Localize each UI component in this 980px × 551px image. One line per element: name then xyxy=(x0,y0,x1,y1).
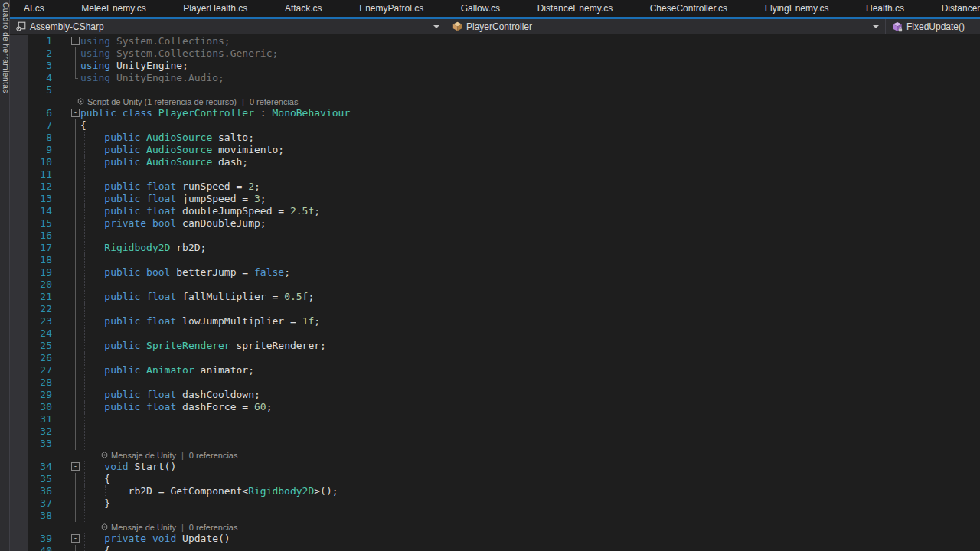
code-line[interactable]: 17 Rigidbody2D rb2D; xyxy=(10,242,980,254)
code-line[interactable]: 25 public SpriteRenderer spriteRenderer; xyxy=(10,340,980,352)
tab-playerhealth-cs[interactable]: PlayerHealth.cs xyxy=(183,0,247,17)
fold-line xyxy=(75,254,76,266)
code-editor[interactable]: 1-using System.Collections;2using System… xyxy=(10,35,980,551)
code-line[interactable]: 24 xyxy=(10,328,980,340)
code-line[interactable]: 3using UnityEngine; xyxy=(10,60,980,72)
tab-ai-cs[interactable]: AI.cs xyxy=(24,0,44,17)
type-name: PlayerController xyxy=(466,21,532,32)
tab-health-cs[interactable]: Health.cs xyxy=(866,0,904,17)
line-number: 4 xyxy=(10,72,52,84)
code-line[interactable]: 1-using System.Collections; xyxy=(10,35,980,47)
code-line[interactable]: 12 public float runSpeed = 2; xyxy=(10,181,980,193)
line-number: 21 xyxy=(10,291,52,303)
chevron-down-icon[interactable] xyxy=(873,25,879,28)
code-line[interactable]: 38 xyxy=(10,510,980,522)
code-line[interactable]: 39- private void Update() xyxy=(10,533,980,545)
code-line[interactable]: 27 public Animator animator; xyxy=(10,364,980,377)
project-name: Assembly-CSharp xyxy=(30,21,104,32)
code-line[interactable]: 35 { xyxy=(10,473,980,485)
code-line[interactable]: 21 public float fallMultiplier = 0.5f; xyxy=(10,291,980,303)
code-line[interactable]: 8 public AudioSource salto; xyxy=(10,132,980,144)
tab-gallow-cs[interactable]: Gallow.cs xyxy=(461,0,500,17)
code-line[interactable]: 37 } xyxy=(10,497,980,510)
fold-line xyxy=(75,266,76,279)
code-line[interactable]: 22 xyxy=(10,303,980,315)
code-line[interactable]: 7{ xyxy=(10,119,980,132)
line-number: 20 xyxy=(10,279,52,291)
codelens-references-link[interactable]: 0 referencias xyxy=(250,97,299,106)
code-line[interactable]: 28 xyxy=(10,377,980,389)
fold-line xyxy=(75,217,76,230)
code-text: { xyxy=(80,473,110,485)
fold-collapse-box[interactable]: - xyxy=(71,462,80,471)
code-rows: 1-using System.Collections;2using System… xyxy=(10,35,980,551)
code-line[interactable]: 36 rb2D = GetComponent<Rigidbody2D>(); xyxy=(10,485,980,497)
toolbox-label: Cuadro de herramientas xyxy=(0,2,10,93)
fold-line xyxy=(75,291,76,303)
line-number: 31 xyxy=(10,413,52,425)
fold-collapse-box[interactable]: - xyxy=(71,534,80,543)
code-line[interactable]: 18 xyxy=(10,254,980,266)
code-line[interactable]: 11 xyxy=(10,168,980,181)
codelens-info-link[interactable]: Script de Unity (1 referencia de recurso… xyxy=(87,97,237,106)
fold-collapse-box[interactable]: - xyxy=(71,109,80,117)
code-line[interactable]: 14 public float doubleJumpSpeed = 2.5f; xyxy=(10,205,980,217)
codelens-references-link[interactable]: 0 referencias xyxy=(189,451,238,460)
line-number: 16 xyxy=(10,230,52,242)
code-line[interactable]: 2using System.Collections.Generic; xyxy=(10,47,980,60)
tab-flyingenemy-cs[interactable]: FlyingEnemy.cs xyxy=(765,0,829,17)
line-number: 27 xyxy=(10,364,52,377)
member-dropdown[interactable]: FixedUpdate() xyxy=(886,19,980,34)
tab-attack-cs[interactable]: Attack.cs xyxy=(285,0,322,17)
code-text: public AudioSource salto; xyxy=(80,132,254,144)
fold-collapse-box[interactable]: - xyxy=(71,37,80,45)
tab-enemypatrol-cs[interactable]: EnemyPatrol.cs xyxy=(359,0,423,17)
line-number: 39 xyxy=(10,533,52,545)
tab-distancenew-cs[interactable]: Distancenew.cs xyxy=(942,0,980,17)
fold-line xyxy=(75,545,76,551)
codelens-info-link[interactable]: Mensaje de Unity xyxy=(111,523,176,532)
code-line[interactable]: 32 xyxy=(10,425,980,438)
code-line[interactable]: 15 private bool canDoubleJump; xyxy=(10,217,980,230)
code-line[interactable]: 31 xyxy=(10,413,980,425)
code-text: { xyxy=(80,545,110,551)
tab-chesecontroller-cs[interactable]: CheseController.cs xyxy=(650,0,727,17)
code-line[interactable]: 34- void Start() xyxy=(10,461,980,473)
line-number: 5 xyxy=(10,84,52,96)
line-number: 30 xyxy=(10,401,52,413)
chevron-down-icon[interactable] xyxy=(433,25,439,28)
line-number: 11 xyxy=(10,168,52,181)
code-line[interactable]: 29 public float dashCooldown; xyxy=(10,389,980,401)
code-line[interactable]: 26 xyxy=(10,352,980,364)
codelens-info-link[interactable]: Mensaje de Unity xyxy=(111,451,176,460)
type-dropdown[interactable]: PlayerController xyxy=(446,19,886,34)
code-line[interactable]: 23 public float lowJumpMultiplier = 1f; xyxy=(10,315,980,328)
code-text: void Start() xyxy=(80,461,176,473)
toolbox-vertical-tab[interactable]: Cuadro de herramientas xyxy=(0,0,10,551)
code-line[interactable]: 9 public AudioSource movimiento; xyxy=(10,144,980,156)
indent-guide xyxy=(84,438,85,450)
tab-distanceenemy-cs[interactable]: DistanceEnemy.cs xyxy=(537,0,612,17)
fold-line xyxy=(75,364,76,377)
project-dropdown[interactable]: Assembly-CSharp xyxy=(10,19,446,34)
fold-line xyxy=(75,340,76,352)
code-line[interactable]: 16 xyxy=(10,230,980,242)
fold-line xyxy=(75,473,76,485)
code-line[interactable]: 6-public class PlayerController : MonoBe… xyxy=(10,107,980,119)
code-line[interactable]: 40 { xyxy=(10,545,980,551)
code-line[interactable]: 13 public float jumpSpeed = 3; xyxy=(10,193,980,205)
code-line[interactable]: 10 public AudioSource dash; xyxy=(10,156,980,168)
indent-guide xyxy=(84,352,85,364)
code-line[interactable]: 19 public bool betterJump = false; xyxy=(10,266,980,279)
code-line[interactable]: 4using UnityEngine.Audio; xyxy=(10,72,980,84)
code-line[interactable]: 33 xyxy=(10,438,980,450)
code-line[interactable]: 20 xyxy=(10,279,980,291)
code-line[interactable]: 30 public float dashForce = 60; xyxy=(10,401,980,413)
codelens-references-link[interactable]: 0 referencias xyxy=(189,523,238,532)
tab-meleeenemy-cs[interactable]: MeleeEnemy.cs xyxy=(81,0,145,17)
code-line[interactable]: 5 xyxy=(10,84,980,96)
code-text: public Animator animator; xyxy=(80,364,254,377)
project-icon xyxy=(16,21,26,31)
code-text: Rigidbody2D rb2D; xyxy=(80,242,206,254)
fold-line xyxy=(75,389,76,401)
